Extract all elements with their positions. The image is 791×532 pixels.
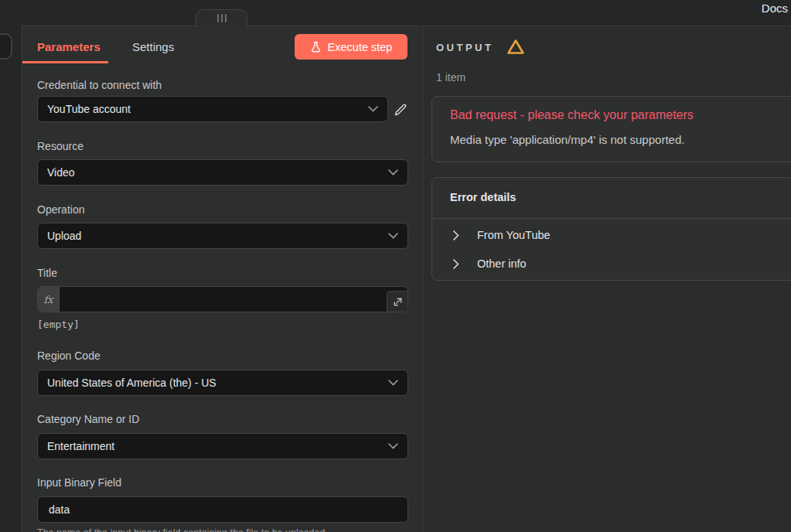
execute-step-label: Execute step bbox=[328, 41, 393, 53]
chevron-down-icon bbox=[388, 233, 398, 239]
category-value: Entertainment bbox=[47, 440, 382, 452]
detail-row-label: From YouTube bbox=[477, 229, 551, 241]
background-panel-edge bbox=[0, 33, 12, 60]
input-binary-field-label: Input Binary Field bbox=[37, 476, 121, 489]
chevron-down-icon bbox=[388, 380, 398, 386]
credential-select[interactable]: YouTube account bbox=[37, 96, 388, 122]
chevron-right-icon bbox=[453, 230, 459, 240]
operation-value: Upload bbox=[47, 230, 382, 242]
chevron-down-icon bbox=[368, 106, 378, 112]
operation-select[interactable]: Upload bbox=[37, 223, 408, 249]
title-input[interactable] bbox=[60, 287, 407, 312]
tab-settings[interactable]: Settings bbox=[132, 40, 174, 53]
error-details-row-other-info[interactable]: Other info bbox=[432, 251, 791, 276]
error-details-row-from-youtube[interactable]: From YouTube bbox=[432, 223, 791, 247]
docs-link[interactable]: Docs bbox=[762, 2, 788, 15]
title-expression-field[interactable]: fx bbox=[37, 286, 408, 312]
output-panel-title: OUTPUT bbox=[436, 42, 493, 53]
execute-step-button[interactable]: Execute step bbox=[295, 34, 407, 60]
chevron-right-icon bbox=[453, 259, 459, 269]
panel-drag-handle[interactable] bbox=[196, 9, 247, 26]
title-empty-hint: [empty] bbox=[37, 319, 80, 330]
category-select[interactable]: Entertainment bbox=[37, 433, 408, 459]
error-title: Bad request - please check your paramete… bbox=[450, 108, 694, 122]
region-code-select[interactable]: United States of America (the) - US bbox=[37, 370, 408, 396]
credential-value: YouTube account bbox=[47, 103, 362, 115]
title-label: Title bbox=[37, 267, 57, 279]
input-binary-field-help: The name of the input binary field conta… bbox=[37, 527, 408, 532]
error-message: Media type 'application/mp4' is not supp… bbox=[450, 133, 684, 146]
operation-label: Operation bbox=[37, 203, 84, 216]
active-tab-underline bbox=[22, 61, 108, 63]
region-code-label: Region Code bbox=[37, 350, 101, 362]
drag-handle-icon bbox=[217, 14, 219, 22]
node-settings-panel: Parameters Settings Execute step Credent… bbox=[22, 26, 421, 532]
error-details-title: Error details bbox=[450, 191, 516, 203]
resource-value: Video bbox=[47, 166, 382, 179]
flask-icon bbox=[310, 41, 322, 53]
output-panel: OUTPUT 1 item Bad request - please check… bbox=[422, 26, 791, 532]
credential-label: Credential to connect with bbox=[37, 79, 162, 91]
edit-credential-button[interactable] bbox=[393, 101, 410, 118]
divider bbox=[432, 218, 791, 219]
chevron-down-icon bbox=[388, 169, 398, 176]
expand-expression-button[interactable] bbox=[387, 291, 407, 312]
pencil-icon bbox=[393, 102, 410, 118]
drag-handle-icon bbox=[221, 14, 223, 22]
chevron-down-icon bbox=[388, 443, 398, 449]
resource-select[interactable]: Video bbox=[37, 159, 408, 186]
warning-icon bbox=[506, 39, 525, 55]
fx-badge[interactable]: fx bbox=[38, 287, 60, 312]
output-item-count: 1 item bbox=[436, 71, 465, 84]
input-binary-field-input[interactable] bbox=[47, 503, 398, 517]
error-details-card: Error details From YouTube Other info bbox=[431, 177, 791, 281]
expand-icon bbox=[392, 296, 404, 308]
error-message-card: Bad request - please check your paramete… bbox=[431, 96, 791, 162]
resource-label: Resource bbox=[37, 140, 84, 152]
tab-parameters[interactable]: Parameters bbox=[37, 40, 101, 53]
top-bar: Docs bbox=[0, 0, 791, 26]
drag-handle-icon bbox=[225, 14, 227, 22]
detail-row-label: Other info bbox=[477, 257, 527, 270]
region-code-value: United States of America (the) - US bbox=[47, 377, 382, 389]
input-binary-field-box[interactable] bbox=[37, 496, 408, 523]
category-label: Category Name or ID bbox=[37, 413, 139, 425]
